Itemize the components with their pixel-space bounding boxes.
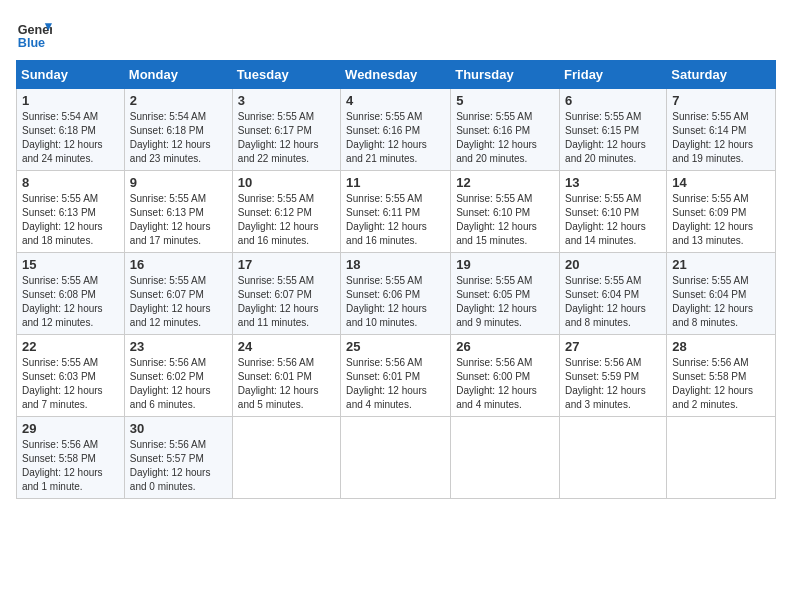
calendar-cell: 4 Sunrise: 5:55 AMSunset: 6:16 PMDayligh… — [341, 89, 451, 171]
calendar-cell: 30 Sunrise: 5:56 AMSunset: 5:57 PMDaylig… — [124, 417, 232, 499]
calendar-cell: 25 Sunrise: 5:56 AMSunset: 6:01 PMDaylig… — [341, 335, 451, 417]
calendar-week-row: 15 Sunrise: 5:55 AMSunset: 6:08 PMDaylig… — [17, 253, 776, 335]
day-info: Sunrise: 5:56 AMSunset: 6:02 PMDaylight:… — [130, 356, 227, 412]
day-info: Sunrise: 5:55 AMSunset: 6:08 PMDaylight:… — [22, 274, 119, 330]
day-number: 10 — [238, 175, 335, 190]
day-info: Sunrise: 5:55 AMSunset: 6:05 PMDaylight:… — [456, 274, 554, 330]
day-number: 18 — [346, 257, 445, 272]
calendar-week-row: 1 Sunrise: 5:54 AMSunset: 6:18 PMDayligh… — [17, 89, 776, 171]
day-info: Sunrise: 5:56 AMSunset: 5:58 PMDaylight:… — [22, 438, 119, 494]
day-info: Sunrise: 5:55 AMSunset: 6:13 PMDaylight:… — [130, 192, 227, 248]
logo-icon: General Blue — [16, 16, 52, 52]
column-header-thursday: Thursday — [451, 61, 560, 89]
day-info: Sunrise: 5:56 AMSunset: 6:01 PMDaylight:… — [238, 356, 335, 412]
calendar-cell: 20 Sunrise: 5:55 AMSunset: 6:04 PMDaylig… — [560, 253, 667, 335]
calendar-cell: 16 Sunrise: 5:55 AMSunset: 6:07 PMDaylig… — [124, 253, 232, 335]
day-info: Sunrise: 5:55 AMSunset: 6:16 PMDaylight:… — [456, 110, 554, 166]
day-info: Sunrise: 5:54 AMSunset: 6:18 PMDaylight:… — [130, 110, 227, 166]
day-number: 4 — [346, 93, 445, 108]
day-number: 24 — [238, 339, 335, 354]
day-info: Sunrise: 5:55 AMSunset: 6:03 PMDaylight:… — [22, 356, 119, 412]
day-info: Sunrise: 5:55 AMSunset: 6:04 PMDaylight:… — [565, 274, 661, 330]
calendar-cell: 2 Sunrise: 5:54 AMSunset: 6:18 PMDayligh… — [124, 89, 232, 171]
calendar-cell: 13 Sunrise: 5:55 AMSunset: 6:10 PMDaylig… — [560, 171, 667, 253]
calendar-cell: 24 Sunrise: 5:56 AMSunset: 6:01 PMDaylig… — [232, 335, 340, 417]
day-number: 11 — [346, 175, 445, 190]
calendar-header-row: SundayMondayTuesdayWednesdayThursdayFrid… — [17, 61, 776, 89]
day-info: Sunrise: 5:56 AMSunset: 5:57 PMDaylight:… — [130, 438, 227, 494]
calendar-cell: 26 Sunrise: 5:56 AMSunset: 6:00 PMDaylig… — [451, 335, 560, 417]
calendar-cell: 17 Sunrise: 5:55 AMSunset: 6:07 PMDaylig… — [232, 253, 340, 335]
day-info: Sunrise: 5:56 AMSunset: 5:59 PMDaylight:… — [565, 356, 661, 412]
day-info: Sunrise: 5:55 AMSunset: 6:10 PMDaylight:… — [565, 192, 661, 248]
calendar-cell: 11 Sunrise: 5:55 AMSunset: 6:11 PMDaylig… — [341, 171, 451, 253]
day-info: Sunrise: 5:55 AMSunset: 6:15 PMDaylight:… — [565, 110, 661, 166]
day-number: 15 — [22, 257, 119, 272]
day-number: 27 — [565, 339, 661, 354]
calendar-cell — [667, 417, 776, 499]
svg-text:Blue: Blue — [18, 36, 45, 50]
day-info: Sunrise: 5:55 AMSunset: 6:07 PMDaylight:… — [130, 274, 227, 330]
day-number: 20 — [565, 257, 661, 272]
calendar-cell: 28 Sunrise: 5:56 AMSunset: 5:58 PMDaylig… — [667, 335, 776, 417]
calendar-cell: 18 Sunrise: 5:55 AMSunset: 6:06 PMDaylig… — [341, 253, 451, 335]
day-number: 17 — [238, 257, 335, 272]
calendar-cell — [451, 417, 560, 499]
header: General Blue — [16, 16, 776, 52]
day-number: 1 — [22, 93, 119, 108]
day-info: Sunrise: 5:56 AMSunset: 5:58 PMDaylight:… — [672, 356, 770, 412]
day-number: 14 — [672, 175, 770, 190]
calendar-cell: 27 Sunrise: 5:56 AMSunset: 5:59 PMDaylig… — [560, 335, 667, 417]
column-header-friday: Friday — [560, 61, 667, 89]
day-number: 21 — [672, 257, 770, 272]
day-info: Sunrise: 5:55 AMSunset: 6:16 PMDaylight:… — [346, 110, 445, 166]
day-info: Sunrise: 5:55 AMSunset: 6:12 PMDaylight:… — [238, 192, 335, 248]
day-number: 29 — [22, 421, 119, 436]
calendar-cell: 3 Sunrise: 5:55 AMSunset: 6:17 PMDayligh… — [232, 89, 340, 171]
calendar-cell — [560, 417, 667, 499]
calendar-cell: 29 Sunrise: 5:56 AMSunset: 5:58 PMDaylig… — [17, 417, 125, 499]
calendar-cell: 1 Sunrise: 5:54 AMSunset: 6:18 PMDayligh… — [17, 89, 125, 171]
day-info: Sunrise: 5:55 AMSunset: 6:04 PMDaylight:… — [672, 274, 770, 330]
calendar-cell: 12 Sunrise: 5:55 AMSunset: 6:10 PMDaylig… — [451, 171, 560, 253]
day-number: 30 — [130, 421, 227, 436]
day-info: Sunrise: 5:56 AMSunset: 6:01 PMDaylight:… — [346, 356, 445, 412]
day-number: 28 — [672, 339, 770, 354]
calendar-cell: 10 Sunrise: 5:55 AMSunset: 6:12 PMDaylig… — [232, 171, 340, 253]
day-number: 9 — [130, 175, 227, 190]
day-number: 22 — [22, 339, 119, 354]
day-info: Sunrise: 5:55 AMSunset: 6:07 PMDaylight:… — [238, 274, 335, 330]
day-info: Sunrise: 5:56 AMSunset: 6:00 PMDaylight:… — [456, 356, 554, 412]
day-info: Sunrise: 5:54 AMSunset: 6:18 PMDaylight:… — [22, 110, 119, 166]
calendar-week-row: 8 Sunrise: 5:55 AMSunset: 6:13 PMDayligh… — [17, 171, 776, 253]
calendar-week-row: 29 Sunrise: 5:56 AMSunset: 5:58 PMDaylig… — [17, 417, 776, 499]
calendar-cell: 15 Sunrise: 5:55 AMSunset: 6:08 PMDaylig… — [17, 253, 125, 335]
day-number: 23 — [130, 339, 227, 354]
day-number: 6 — [565, 93, 661, 108]
column-header-wednesday: Wednesday — [341, 61, 451, 89]
column-header-monday: Monday — [124, 61, 232, 89]
calendar-cell: 7 Sunrise: 5:55 AMSunset: 6:14 PMDayligh… — [667, 89, 776, 171]
column-header-saturday: Saturday — [667, 61, 776, 89]
day-number: 2 — [130, 93, 227, 108]
column-header-sunday: Sunday — [17, 61, 125, 89]
calendar-table: SundayMondayTuesdayWednesdayThursdayFrid… — [16, 60, 776, 499]
calendar-cell — [232, 417, 340, 499]
column-header-tuesday: Tuesday — [232, 61, 340, 89]
day-info: Sunrise: 5:55 AMSunset: 6:17 PMDaylight:… — [238, 110, 335, 166]
calendar-cell: 14 Sunrise: 5:55 AMSunset: 6:09 PMDaylig… — [667, 171, 776, 253]
calendar-cell: 9 Sunrise: 5:55 AMSunset: 6:13 PMDayligh… — [124, 171, 232, 253]
day-info: Sunrise: 5:55 AMSunset: 6:09 PMDaylight:… — [672, 192, 770, 248]
day-info: Sunrise: 5:55 AMSunset: 6:10 PMDaylight:… — [456, 192, 554, 248]
day-number: 13 — [565, 175, 661, 190]
day-number: 26 — [456, 339, 554, 354]
calendar-cell: 5 Sunrise: 5:55 AMSunset: 6:16 PMDayligh… — [451, 89, 560, 171]
day-info: Sunrise: 5:55 AMSunset: 6:13 PMDaylight:… — [22, 192, 119, 248]
calendar-cell: 19 Sunrise: 5:55 AMSunset: 6:05 PMDaylig… — [451, 253, 560, 335]
day-info: Sunrise: 5:55 AMSunset: 6:06 PMDaylight:… — [346, 274, 445, 330]
day-info: Sunrise: 5:55 AMSunset: 6:11 PMDaylight:… — [346, 192, 445, 248]
logo: General Blue — [16, 16, 52, 52]
calendar-week-row: 22 Sunrise: 5:55 AMSunset: 6:03 PMDaylig… — [17, 335, 776, 417]
day-number: 19 — [456, 257, 554, 272]
calendar-cell: 21 Sunrise: 5:55 AMSunset: 6:04 PMDaylig… — [667, 253, 776, 335]
